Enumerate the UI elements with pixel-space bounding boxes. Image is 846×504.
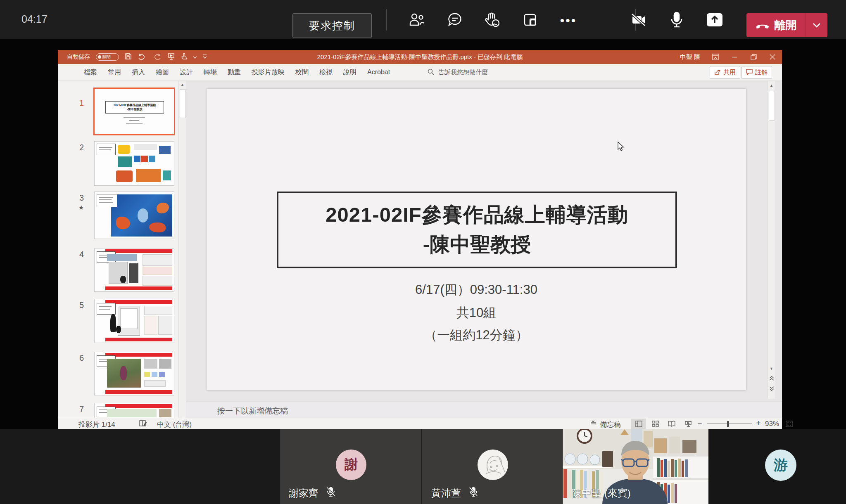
zoom-slider-track[interactable] xyxy=(707,424,752,424)
animation-star-indicator: ★ xyxy=(78,204,84,211)
slide-thumbnail-panel: 1 2021-02IF參賽作品線上輔導活動 -陳中聖教授 2 xyxy=(58,81,186,418)
touch-mode-button[interactable] xyxy=(181,53,187,61)
previous-slide-button[interactable] xyxy=(768,375,775,382)
tab-view[interactable]: 檢視 xyxy=(314,64,338,80)
autosave-label: 自動儲存 xyxy=(67,53,90,61)
chat-button[interactable] xyxy=(443,12,466,30)
autosave-toggle[interactable]: 關閉 xyxy=(96,53,119,61)
mic-off-icon xyxy=(326,487,336,500)
more-options-button[interactable]: ••• xyxy=(557,12,580,30)
slide-subtitle-3: （一組約12分鐘） xyxy=(207,327,746,344)
comments-button[interactable]: 註解 xyxy=(741,66,772,79)
participants-button[interactable] xyxy=(406,12,429,30)
tab-home[interactable]: 常用 xyxy=(102,64,126,80)
qat-dropdown-caret[interactable] xyxy=(193,54,197,60)
slide-editor-area: 2021-02IF參賽作品線上輔導活動 -陳中聖教授 6/17(四）09:30-… xyxy=(186,81,782,418)
slide-thumbnail-2[interactable] xyxy=(94,141,174,186)
scrollbar-thumb[interactable] xyxy=(769,90,775,121)
quick-access-toolbar: 自動儲存 關閉 xyxy=(58,53,207,61)
participant-name: 黃沛萱 xyxy=(431,487,461,500)
participant-tile-video[interactable]: 陳中聖 (來賓) xyxy=(563,429,708,504)
share-tray-button[interactable] xyxy=(703,12,726,30)
tab-review[interactable]: 校閱 xyxy=(290,64,314,80)
notes-pane[interactable]: 按一下以新增備忘稿 xyxy=(186,402,782,418)
notes-placeholder: 按一下以新增備忘稿 xyxy=(217,406,288,416)
thumb-number-1: 1 xyxy=(79,98,84,108)
mic-toggle-button[interactable] xyxy=(665,12,688,30)
thumb-number-5: 5 xyxy=(79,301,84,310)
meeting-elapsed-time: 04:17 xyxy=(21,13,48,25)
thumb-label-box xyxy=(97,194,117,207)
thumbnail-scrollbar[interactable]: ▲ xyxy=(178,81,186,418)
tab-acrobat[interactable]: Acrobat xyxy=(362,64,395,80)
ribbon-display-options-button[interactable] xyxy=(706,50,725,64)
raise-hand-icon xyxy=(484,12,500,29)
reading-view-button[interactable] xyxy=(664,419,679,429)
account-name: 中聖 陳 xyxy=(680,53,700,61)
slide-thumbnail-5[interactable] xyxy=(94,299,174,343)
scrollbar-thumb[interactable] xyxy=(180,89,186,118)
notes-toggle-icon[interactable] xyxy=(590,420,596,428)
zoom-in-button[interactable]: + xyxy=(756,419,761,428)
raise-hand-button[interactable] xyxy=(480,12,504,30)
zoom-level[interactable]: 93% xyxy=(765,420,779,428)
participant-tile-4[interactable]: 游 xyxy=(708,429,846,504)
scroll-down-arrow[interactable]: ▼ xyxy=(768,365,775,372)
share-icon xyxy=(714,69,721,76)
breakout-rooms-button[interactable] xyxy=(519,12,542,30)
normal-view-button[interactable] xyxy=(631,419,646,429)
slide-title-box[interactable]: 2021-02IF參賽作品線上輔導活動 -陳中聖教授 xyxy=(277,192,677,268)
tell-me-search[interactable]: 告訴我您想做什麼 xyxy=(428,64,488,80)
undo-button[interactable] xyxy=(138,53,147,61)
leave-button[interactable]: 離開 xyxy=(746,13,827,37)
slide-thumbnail-4[interactable] xyxy=(94,248,174,292)
customize-qat-button[interactable] xyxy=(203,54,207,60)
tab-design[interactable]: 設計 xyxy=(174,64,198,80)
slide-subtitle-2: 共10組 xyxy=(207,304,746,322)
start-slideshow-button[interactable] xyxy=(167,53,175,61)
search-icon xyxy=(428,69,434,76)
close-button[interactable] xyxy=(763,50,782,64)
slide-thumbnail-3[interactable] xyxy=(94,192,174,239)
slideshow-view-button[interactable] xyxy=(681,419,696,429)
minimize-button[interactable] xyxy=(725,50,744,64)
chat-icon xyxy=(447,12,463,29)
thumb-label-box xyxy=(97,144,116,155)
notes-toggle-button[interactable]: 備忘稿 xyxy=(600,420,621,429)
restore-button[interactable] xyxy=(744,50,763,64)
language-indicator[interactable]: 中文 (台灣) xyxy=(157,420,192,429)
redo-button[interactable] xyxy=(152,53,162,61)
ribbon-tab-row: 檔案 常用 插入 繪圖 設計 轉場 動畫 投影片放映 校閱 檢視 說明 Acro… xyxy=(58,64,782,81)
participant-name: 陳中聖 (來賓) xyxy=(572,487,631,500)
request-control-button[interactable]: 要求控制 xyxy=(292,13,372,38)
participant-tile-2[interactable]: 黃沛萱 xyxy=(422,429,562,504)
more-options-icon: ••• xyxy=(560,19,577,23)
participant-tile-1[interactable]: 謝 謝家齊 xyxy=(280,429,421,504)
tab-draw[interactable]: 繪圖 xyxy=(150,64,174,80)
save-button[interactable] xyxy=(125,53,132,61)
zoom-slider-thumb[interactable] xyxy=(727,421,729,427)
slide-thumbnail-6[interactable] xyxy=(94,352,174,395)
slide-subtitle-1: 6/17(四）09:30-11:30 xyxy=(207,281,746,298)
tab-animations[interactable]: 動畫 xyxy=(222,64,246,80)
leave-options-caret[interactable] xyxy=(806,13,827,37)
proofing-icon[interactable] xyxy=(139,419,147,430)
slide-sorter-view-button[interactable] xyxy=(648,419,663,429)
thumb-number-4: 4 xyxy=(79,250,84,259)
fit-to-window-button[interactable] xyxy=(782,419,796,429)
slide-scrollbar[interactable]: ▲ ▼ xyxy=(768,81,775,399)
next-slide-button[interactable] xyxy=(768,385,775,392)
slide-thumbnail-7[interactable] xyxy=(94,403,174,418)
tab-insert[interactable]: 插入 xyxy=(126,64,150,80)
tab-help[interactable]: 說明 xyxy=(338,64,362,80)
scroll-up-arrow[interactable]: ▲ xyxy=(179,81,186,88)
scroll-up-arrow[interactable]: ▲ xyxy=(768,82,775,89)
tab-slideshow[interactable]: 投影片放映 xyxy=(246,64,290,80)
slide-thumbnail-1[interactable]: 2021-02IF參賽作品線上輔導活動 -陳中聖教授 xyxy=(93,88,175,135)
tab-file[interactable]: 檔案 xyxy=(78,64,102,80)
slide-canvas[interactable]: 2021-02IF參賽作品線上輔導活動 -陳中聖教授 6/17(四）09:30-… xyxy=(207,89,746,390)
tab-transitions[interactable]: 轉場 xyxy=(198,64,222,80)
camera-toggle-button[interactable] xyxy=(627,12,650,30)
share-document-button[interactable]: 共用 xyxy=(710,66,740,79)
zoom-out-button[interactable]: − xyxy=(697,419,702,428)
